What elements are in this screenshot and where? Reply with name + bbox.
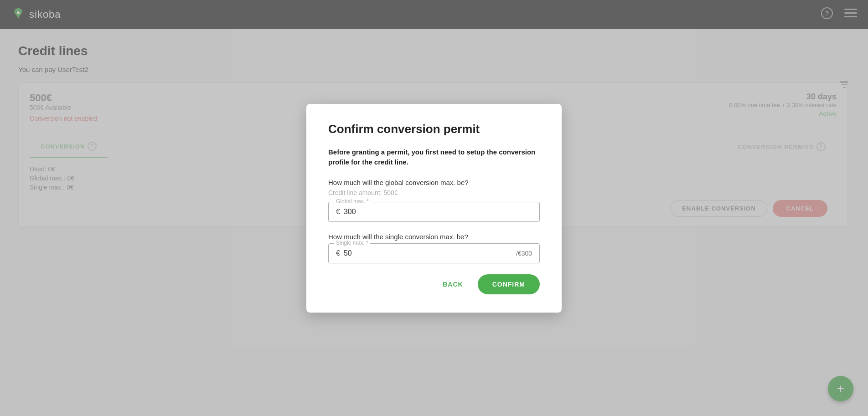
global-max-input-group: Global max. * € (328, 202, 540, 222)
modal-overlay: Confirm conversion permit Before grantin… (0, 0, 868, 416)
global-max-input-row: € (329, 202, 539, 221)
single-max-input-row: € /€300 (329, 244, 539, 263)
single-max-input-group: Single max. * € /€300 (328, 243, 540, 263)
modal-actions: BACK CONFIRM (328, 274, 540, 294)
global-question: How much will the global conversion max.… (328, 179, 540, 186)
single-max-label: Single max. * (334, 240, 370, 246)
modal-dialog: Confirm conversion permit Before grantin… (306, 104, 562, 313)
single-euro-symbol: € (336, 249, 340, 257)
modal-subtitle: Before granting a permit, you first need… (328, 147, 540, 168)
global-euro-symbol: € (336, 208, 340, 216)
confirm-button[interactable]: CONFIRM (478, 274, 540, 294)
modal-title: Confirm conversion permit (328, 122, 540, 136)
global-max-label: Global max. * (334, 198, 371, 205)
global-hint: Credit line amount: 500€ (328, 189, 540, 196)
single-max-field[interactable] (344, 249, 516, 257)
global-max-field[interactable] (344, 208, 532, 216)
back-button[interactable]: BACK (435, 276, 470, 293)
single-max-suffix: /€300 (516, 250, 532, 257)
